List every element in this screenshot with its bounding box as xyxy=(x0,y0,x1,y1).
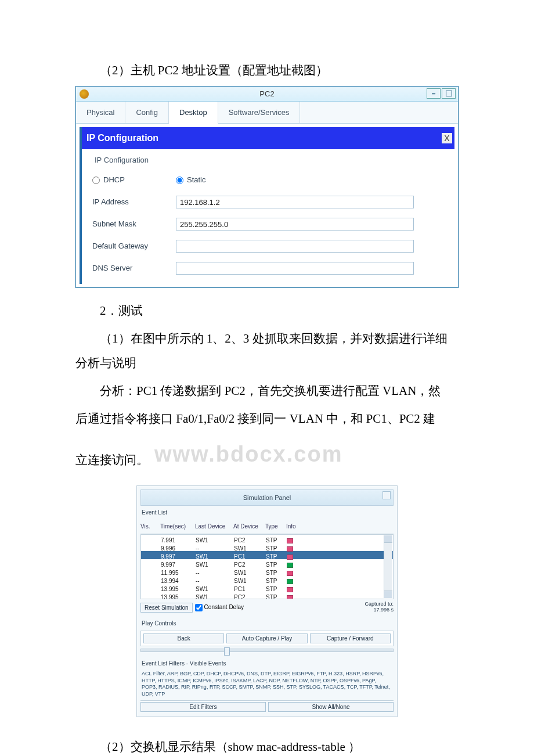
info-swatch xyxy=(287,546,293,552)
para-analysis-tail: 立连接访问。 xyxy=(75,448,149,472)
tab-software[interactable]: Software/Services xyxy=(218,102,301,123)
dns-server-label: DNS Server xyxy=(89,261,176,276)
dhcp-label: DHCP xyxy=(103,172,125,188)
play-controls-label: Play Controls xyxy=(140,614,394,631)
para-capture: （1）在图中所示的 1、2、3 处抓取来回数据，并对数据进行详细分析与说明 xyxy=(75,326,459,375)
tabbar: Physical Config Desktop Software/Service… xyxy=(76,102,458,124)
info-swatch xyxy=(287,587,293,592)
para-analysis-l2: 后通过指令将接口 Fa0/1,Fa0/2 接到同一 VLAN 中，和 PC1、P… xyxy=(75,406,459,431)
ipconf-group-label: IP Configuration xyxy=(82,149,454,169)
scrollbar[interactable] xyxy=(384,535,392,598)
close-icon[interactable]: X xyxy=(442,133,452,143)
filters-label: Event List Filters - Visible Events xyxy=(140,652,394,671)
info-swatch xyxy=(287,595,293,600)
event-list-header: Vis. Time(sec) Last Device At Device Typ… xyxy=(140,520,394,534)
filters-text: ACL Filter, ARP, BGP, CDP, DHCP, DHCPv6,… xyxy=(140,671,394,700)
window-title: PC2 xyxy=(259,87,274,102)
default-gateway-label: Default Gateway xyxy=(89,239,176,254)
back-button[interactable]: Back xyxy=(143,633,224,643)
edit-filters-button[interactable]: Edit Filters xyxy=(140,702,266,712)
para-analysis-l1: 分析：PC1 传递数据到 PC2，首先交换机要进行配置 VLAN，然 xyxy=(75,379,459,403)
subnet-mask-input[interactable] xyxy=(176,218,414,231)
event-row[interactable]: 11.995--SW1STP xyxy=(141,567,393,575)
watermark: www.bdocx.com xyxy=(154,432,342,476)
reset-simulation-button[interactable]: Reset Simulation xyxy=(140,603,193,613)
event-list-label: Event List xyxy=(140,506,394,520)
info-swatch xyxy=(287,563,293,568)
static-label: Static xyxy=(187,172,206,188)
pc2-window: PC2 – Physical Config Desktop Software/S… xyxy=(75,86,459,288)
info-swatch xyxy=(287,555,293,560)
auto-capture-button[interactable]: Auto Capture / Play xyxy=(226,633,307,643)
tab-config[interactable]: Config xyxy=(125,102,169,123)
ip-address-input[interactable] xyxy=(176,196,414,208)
info-swatch xyxy=(287,571,293,576)
app-icon xyxy=(80,89,89,99)
ip-address-label: IP Address xyxy=(89,195,176,210)
event-row[interactable]: 13.995SW1PC1STP xyxy=(141,584,393,592)
show-all-none-button[interactable]: Show All/None xyxy=(268,702,394,712)
play-controls: Back Auto Capture / Play Capture / Forwa… xyxy=(140,631,394,646)
constant-delay-checkbox[interactable] xyxy=(195,604,203,611)
captured-to: Captured to: 17.996 s xyxy=(365,602,394,613)
info-swatch xyxy=(287,579,293,584)
ip-configuration-panel: IP Configuration X IP Configuration DHCP… xyxy=(80,127,454,284)
event-row[interactable]: 9.997SW1PC2STP xyxy=(141,559,393,567)
dns-server-input[interactable] xyxy=(176,262,414,275)
speed-slider[interactable] xyxy=(140,649,394,652)
pin-icon[interactable] xyxy=(383,491,391,499)
heading-show: （2）交换机显示结果（show mac-address-table ） xyxy=(75,735,459,756)
capture-forward-button[interactable]: Capture / Forward xyxy=(310,633,391,643)
constant-delay-label: Constant Delay xyxy=(204,602,244,613)
static-radio[interactable] xyxy=(176,177,183,184)
event-row[interactable]: 9.997SW1PC1STP xyxy=(141,551,393,559)
tab-desktop[interactable]: Desktop xyxy=(169,102,218,124)
event-row[interactable]: 13.994--SW1STP xyxy=(141,575,393,584)
titlebar: PC2 – xyxy=(76,87,458,102)
dhcp-radio[interactable] xyxy=(92,177,100,184)
subnet-mask-label: Subnet Mask xyxy=(89,217,176,232)
ipconf-title: IP Configuration xyxy=(86,129,158,147)
event-row[interactable]: 7.991SW1PC2STP xyxy=(141,535,393,543)
sim-title: Simulation Panel xyxy=(140,489,394,506)
event-row[interactable]: 9.996--SW1STP xyxy=(141,543,393,551)
tab-physical[interactable]: Physical xyxy=(76,102,125,123)
simulation-panel: Simulation Panel Event List Vis. Time(se… xyxy=(136,485,398,717)
restore-button[interactable] xyxy=(442,88,456,99)
ipconf-header: IP Configuration X xyxy=(82,127,454,149)
event-row[interactable]: 13.995SW1PC2STP xyxy=(141,592,393,599)
default-gateway-input[interactable] xyxy=(176,240,414,253)
heading-pc2: （2）主机 PC2 地址设置（配置地址截图） xyxy=(75,58,459,82)
heading-test: 2．测试 xyxy=(75,298,459,323)
minimize-button[interactable]: – xyxy=(427,88,441,99)
event-list[interactable]: 7.991SW1PC2STP9.996--SW1STP9.997SW1PC1ST… xyxy=(140,534,394,599)
info-swatch xyxy=(287,538,293,543)
